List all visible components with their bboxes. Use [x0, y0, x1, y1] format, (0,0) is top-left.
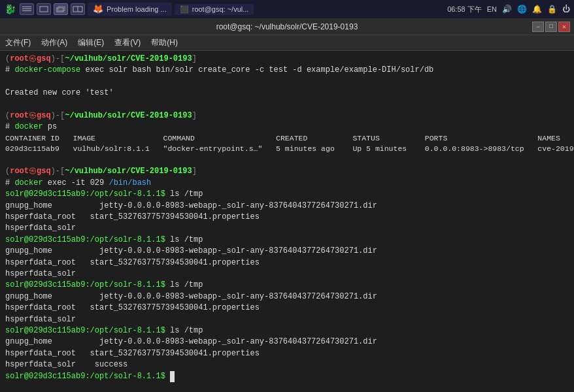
cmd-line-2: # docker ps	[5, 122, 569, 133]
title-bar-text: root@gsq: ~/vulhub/solr/CVE-2019-0193	[216, 22, 358, 31]
cmd-line-3: # docker exec -it 029 /bin/bash	[5, 178, 569, 189]
svg-rect-0	[22, 7, 31, 7]
terminal-window: root@gsq: ~/vulhub/solr/CVE-2019-0193 － …	[0, 18, 574, 392]
terminal-content[interactable]: (root㉿gsq)-[~/vulhub/solr/CVE-2019-0193]…	[0, 51, 574, 392]
network-icon[interactable]: 🌐	[516, 5, 528, 14]
taskbar-btn-3[interactable]	[54, 3, 68, 15]
menu-file[interactable]: 文件(F)	[5, 37, 31, 48]
taskbar-btn-2[interactable]	[37, 3, 51, 15]
output-created	[5, 76, 569, 88]
cmd-line-1: # docker-compose exec solr bash bin/solr…	[5, 65, 569, 76]
prompt-line-3: (root㉿gsq)-[~/vulhub/solr/CVE-2019-0193]	[5, 166, 569, 177]
terminal-tab[interactable]: ⬛ root@gsq: ~/vul...	[175, 4, 254, 15]
solr-ls-3-out3: hsperfdata_solr	[5, 314, 569, 325]
kali-icon[interactable]: 🐉	[3, 2, 17, 16]
prompt-line-2: (root㉿gsq)-[~/vulhub/solr/CVE-2019-0193]	[5, 110, 569, 122]
taskbar-btn-4[interactable]	[71, 3, 85, 15]
taskbar: 🐉 🦊 Problem loading ... ⬛ root@gsq: ~/vu…	[0, 0, 574, 18]
output-blank2	[5, 155, 569, 166]
solr-ls-4-out2: hsperfdata_root start_532763775739453004…	[5, 348, 569, 359]
taskbar-right: 06:58 下午 EN 🔊 🌐 🔔 🔒 ⏻	[446, 5, 571, 14]
menu-help[interactable]: 帮助(H)	[151, 37, 178, 48]
solr-ls-2-out3: hsperfdata_solr	[5, 269, 569, 280]
title-bar: root@gsq: ~/vulhub/solr/CVE-2019-0193 － …	[0, 18, 574, 35]
docker-ps-header: CONTAINER ID IMAGE COMMAND CREATED STATU…	[5, 133, 569, 144]
solr-ls-1: solr@029d3c115ab9:/opt/solr-8.1.1$ ls /t…	[5, 189, 569, 200]
close-button[interactable]: ✕	[558, 22, 570, 32]
solr-ls-3-out1: gnupg_home jetty-0.0.0.0-8983-webapp-_so…	[5, 291, 569, 302]
maximize-button[interactable]: □	[545, 22, 557, 32]
solr-ls-4-out1: gnupg_home jetty-0.0.0.0-8983-webapp-_so…	[5, 336, 569, 348]
solr-ls-1-out3: hsperfdata_solr	[5, 223, 569, 234]
docker-ps-row: 029d3c115ab9 vulhub/solr:8.1.1 "docker-e…	[5, 144, 569, 155]
svg-rect-2	[22, 10, 31, 11]
solr-ls-2: solr@029d3c115ab9:/opt/solr-8.1.1$ ls /t…	[5, 235, 569, 246]
menu-edit[interactable]: 编辑(E)	[78, 37, 104, 48]
power-icon[interactable]: ⏻	[561, 5, 571, 14]
terminal-tab-label: root@gsq: ~/vul...	[192, 5, 249, 13]
solr-ls-3-out2: hsperfdata_root start_532763775739453004…	[5, 302, 569, 314]
solr-ls-1-out1: gnupg_home jetty-0.0.0.0-8983-webapp-_so…	[5, 201, 569, 212]
final-prompt: solr@029d3c115ab9:/opt/solr-8.1.1$ ▌	[5, 371, 569, 382]
time-display: 06:58 下午	[446, 5, 483, 14]
menu-action[interactable]: 动作(A)	[41, 37, 67, 48]
lock-icon[interactable]: 🔒	[546, 5, 558, 14]
solr-ls-2-out1: gnupg_home jetty-0.0.0.0-8983-webapp-_so…	[5, 246, 569, 257]
browser-tab-label: Problem loading ...	[107, 5, 167, 13]
menu-bar: 文件(F) 动作(A) 编辑(E) 查看(V) 帮助(H)	[0, 35, 574, 51]
output-core: Created new core 'test'	[5, 88, 569, 99]
taskbar-btn-1[interactable]	[20, 3, 34, 15]
output-blank1	[5, 99, 569, 110]
solr-ls-4: solr@029d3c115ab9:/opt/solr-8.1.1$ ls /t…	[5, 325, 569, 336]
svg-rect-1	[22, 8, 31, 9]
prompt-line-1: (root㉿gsq)-[~/vulhub/solr/CVE-2019-0193]	[5, 54, 569, 65]
solr-ls-2-out2: hsperfdata_root start_532763775739453004…	[5, 257, 569, 269]
title-bar-controls: － □ ✕	[532, 22, 570, 32]
solr-ls-3: solr@029d3c115ab9:/opt/solr-8.1.1$ ls /t…	[5, 280, 569, 291]
svg-rect-3	[40, 7, 48, 12]
minimize-button[interactable]: －	[532, 22, 544, 32]
volume-icon[interactable]: 🔊	[501, 5, 513, 14]
solr-ls-4-out3: hsperfdata_solr success	[5, 359, 569, 370]
lang-display: EN	[486, 5, 498, 13]
solr-ls-1-out2: hsperfdata_root start_532763775739453004…	[5, 212, 569, 223]
notification-icon[interactable]: 🔔	[531, 5, 543, 14]
browser-tab[interactable]: 🦊 Problem loading ...	[88, 3, 172, 16]
menu-view[interactable]: 查看(V)	[114, 37, 141, 48]
